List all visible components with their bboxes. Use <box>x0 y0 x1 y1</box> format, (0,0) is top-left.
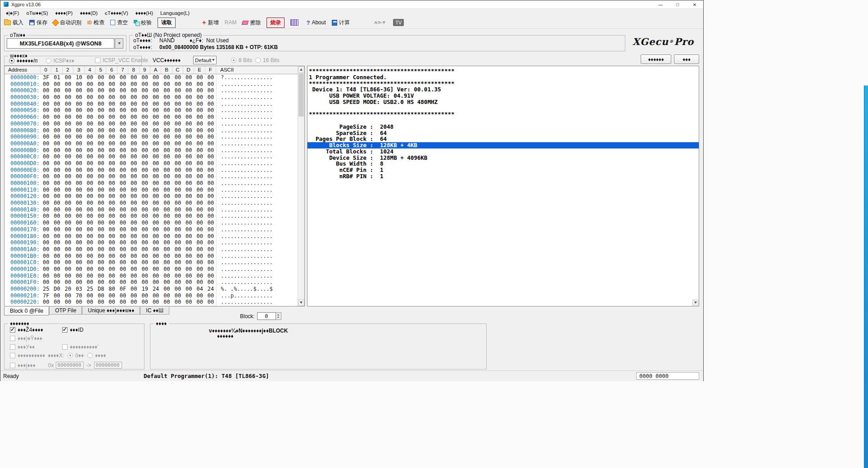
hex-byte[interactable]: 00 <box>205 114 216 121</box>
hex-byte[interactable]: 00 <box>205 279 216 286</box>
hex-byte[interactable]: 00 <box>128 286 139 292</box>
hex-byte[interactable]: 00 <box>183 200 194 207</box>
hex-byte[interactable]: 00 <box>95 213 106 220</box>
hex-row[interactable]: 000001E0:0000000000000000000000000000000… <box>5 273 298 279</box>
hex-byte[interactable]: 00 <box>106 81 117 88</box>
hex-byte[interactable]: 00 <box>161 299 172 306</box>
hex-byte[interactable]: 00 <box>172 167 183 174</box>
hex-byte[interactable]: 00 <box>73 101 84 108</box>
hex-row[interactable]: 00000210:7F00007000000000000000000000000… <box>5 292 298 299</box>
check-id-checkbox[interactable]: ♦♦♦ID <box>62 327 83 333</box>
hex-byte[interactable]: 00 <box>194 187 205 194</box>
hex-byte[interactable]: 00 <box>172 173 183 180</box>
hex-byte[interactable]: 00 <box>172 292 183 299</box>
hex-byte[interactable]: 00 <box>51 233 62 240</box>
hex-byte[interactable]: 00 <box>183 140 194 147</box>
hex-byte[interactable]: 00 <box>183 121 194 127</box>
hex-byte[interactable]: 00 <box>63 259 73 266</box>
hex-byte[interactable]: 00 <box>172 246 183 253</box>
hex-byte[interactable]: 00 <box>140 299 150 306</box>
hex-byte[interactable]: 00 <box>161 127 172 134</box>
hex-byte[interactable]: 00 <box>205 87 216 94</box>
hex-byte[interactable]: 00 <box>128 187 139 194</box>
more-button[interactable]: ♦♦♦ <box>674 54 699 64</box>
hex-byte[interactable]: 00 <box>128 114 139 121</box>
hex-byte[interactable]: 00 <box>194 81 205 88</box>
hex-byte[interactable]: 00 <box>85 246 95 253</box>
hex-byte[interactable]: 00 <box>118 140 128 147</box>
hex-byte[interactable]: 00 <box>183 286 194 292</box>
hex-byte[interactable]: 00 <box>194 239 205 246</box>
hex-byte[interactable]: 00 <box>150 81 161 88</box>
hex-byte[interactable]: 00 <box>51 292 62 299</box>
hex-byte[interactable]: 00 <box>41 114 51 121</box>
hex-byte[interactable]: 00 <box>150 114 161 121</box>
hex-byte[interactable]: 00 <box>172 193 183 200</box>
hex-byte[interactable]: 00 <box>183 134 194 140</box>
hex-byte[interactable]: 04 <box>194 286 205 292</box>
hex-byte[interactable]: 00 <box>63 180 73 187</box>
icsp-mode-radio[interactable]: ICSP♦x♦ <box>46 58 74 64</box>
hex-byte[interactable]: 00 <box>118 101 128 108</box>
hex-byte[interactable]: 00 <box>161 292 172 299</box>
hex-byte[interactable]: 00 <box>95 279 106 286</box>
hex-byte[interactable]: 00 <box>95 167 106 174</box>
hex-byte[interactable]: 00 <box>95 193 106 200</box>
hex-byte[interactable]: 00 <box>205 246 216 253</box>
hex-byte[interactable]: 00 <box>51 114 62 121</box>
hex-byte[interactable]: 00 <box>140 292 150 299</box>
hex-byte[interactable]: 00 <box>183 273 194 279</box>
hex-byte[interactable]: 00 <box>161 193 172 200</box>
hex-byte[interactable]: 00 <box>51 246 62 253</box>
hex-byte[interactable]: 00 <box>194 160 205 167</box>
hex-byte[interactable]: 00 <box>205 173 216 180</box>
hex-byte[interactable]: 00 <box>140 147 150 154</box>
hex-byte[interactable]: 00 <box>161 220 172 226</box>
hex-byte[interactable]: 00 <box>183 160 194 167</box>
hex-byte[interactable]: 00 <box>118 259 128 266</box>
hex-byte[interactable]: 00 <box>172 207 183 213</box>
hex-byte[interactable]: 00 <box>63 299 73 306</box>
hex-byte[interactable]: 00 <box>205 167 216 174</box>
hex-byte[interactable]: 00 <box>205 94 216 101</box>
hex-byte[interactable]: 00 <box>161 207 172 213</box>
hex-byte[interactable]: 00 <box>161 187 172 194</box>
hex-byte[interactable]: 00 <box>140 233 150 240</box>
hex-byte[interactable]: 00 <box>194 220 205 226</box>
16-bits-radio[interactable]: 16 Bits <box>255 57 280 63</box>
hex-byte[interactable]: 00 <box>85 299 95 306</box>
hex-byte[interactable]: 00 <box>172 226 183 233</box>
hex-byte[interactable]: 00 <box>205 273 216 279</box>
verify-button[interactable]: 校验 <box>134 19 152 27</box>
hex-byte[interactable]: 00 <box>128 101 139 108</box>
hex-byte[interactable]: 00 <box>161 74 172 81</box>
hex-byte[interactable]: 00 <box>172 87 183 94</box>
hex-byte[interactable]: 00 <box>172 220 183 226</box>
hex-byte[interactable]: 00 <box>73 226 84 233</box>
hex-byte[interactable]: 00 <box>140 220 150 226</box>
hex-byte[interactable]: 00 <box>118 173 128 180</box>
hex-byte[interactable]: 00 <box>73 253 84 260</box>
hex-byte[interactable]: 00 <box>150 213 161 220</box>
hex-byte[interactable]: 00 <box>194 246 205 253</box>
menu-item[interactable]: ♦|♦(F) <box>2 10 23 16</box>
hex-byte[interactable]: 00 <box>85 101 95 108</box>
menu-item[interactable]: ♦♦♦♦(P) <box>52 10 77 16</box>
hex-byte[interactable]: 00 <box>172 286 183 292</box>
hex-byte[interactable]: 00 <box>172 213 183 220</box>
hex-byte[interactable]: 00 <box>118 114 128 121</box>
hex-byte[interactable]: 00 <box>73 107 84 114</box>
hex-byte[interactable]: 00 <box>150 259 161 266</box>
hex-byte[interactable]: 00 <box>150 147 161 154</box>
hex-byte[interactable]: 00 <box>140 94 150 101</box>
hex-byte[interactable]: 00 <box>161 173 172 180</box>
hex-row[interactable]: 00000080:0000000000000000000000000000000… <box>5 127 298 134</box>
hex-byte[interactable]: 00 <box>183 167 194 174</box>
about-button[interactable]: ? About <box>306 19 326 26</box>
hex-byte[interactable]: 00 <box>95 292 106 299</box>
hex-byte[interactable]: 10 <box>73 74 84 81</box>
hex-byte[interactable]: 00 <box>85 94 95 101</box>
hex-byte[interactable]: 00 <box>51 259 62 266</box>
hex-byte[interactable]: 00 <box>51 140 62 147</box>
hex-byte[interactable]: 00 <box>106 134 117 140</box>
